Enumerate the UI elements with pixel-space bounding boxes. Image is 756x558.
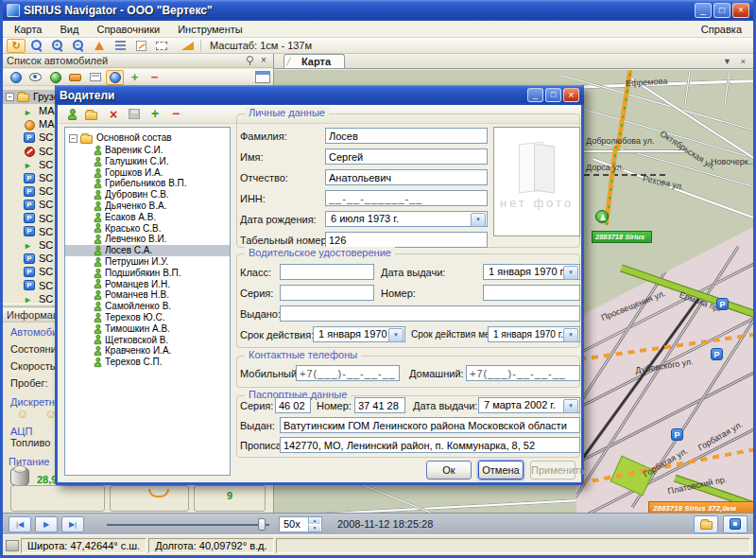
parking-marker[interactable]: P <box>711 348 723 360</box>
Красько С.В.[interactable]: Красько С.В. <box>65 223 230 235</box>
Левченко В.И.[interactable]: Левченко В.И. <box>65 234 230 245</box>
license-issue-date-combo[interactable]: 1 января 1970 г. <box>483 264 580 280</box>
med-valid-combo[interactable]: 1 января 1970 г. <box>488 326 580 342</box>
zoom-icon[interactable] <box>27 39 46 53</box>
pin-icon[interactable] <box>244 55 255 66</box>
employee-no-field[interactable] <box>325 232 488 248</box>
select-area-icon[interactable] <box>152 39 171 53</box>
Есаков А.В.[interactable]: Есаков А.В. <box>65 212 230 223</box>
globe-green-icon[interactable] <box>46 70 64 85</box>
parking-marker[interactable]: P <box>671 428 683 441</box>
chevron-down-icon[interactable]: ▼ <box>721 57 733 68</box>
Романцев И.Н.[interactable]: Романцев И.Н. <box>65 279 230 290</box>
maximize-button[interactable]: □ <box>713 3 730 18</box>
dialog-title-bar[interactable]: Водители _ □ × <box>55 85 584 105</box>
menu-item[interactable]: Инструменты <box>170 22 250 37</box>
slider-handle[interactable] <box>258 518 266 531</box>
speed-spinner[interactable]: 50x <box>279 516 322 532</box>
previous-icon[interactable]: |◀ <box>9 516 31 532</box>
Лосев С.А.[interactable]: Лосев С.А. <box>65 245 230 256</box>
Тимошкин А.В.[interactable]: Тимошкин А.В. <box>65 323 230 335</box>
add-group-icon[interactable] <box>83 107 102 122</box>
layers-icon[interactable] <box>111 39 129 53</box>
Дьяченко В.А.[interactable]: Дьяченко В.А. <box>65 201 230 212</box>
close-button[interactable]: × <box>732 3 749 18</box>
menu-item-help[interactable]: Справка <box>694 22 749 37</box>
passport-issued-by-field[interactable] <box>280 417 580 433</box>
collapse-icon[interactable] <box>166 107 185 122</box>
map-close-icon[interactable]: × <box>737 57 749 68</box>
apply-button[interactable]: Применить <box>530 461 576 480</box>
address-field[interactable] <box>280 437 580 453</box>
Галушкин С.И.[interactable]: Галушкин С.И. <box>65 156 230 167</box>
menu-item[interactable]: Вид <box>53 22 87 37</box>
middlename-field[interactable] <box>325 169 488 185</box>
inn-field[interactable] <box>325 190 488 206</box>
map-tab[interactable]: Карта <box>284 54 345 68</box>
vehicle-marker[interactable] <box>595 210 609 223</box>
license-number-field[interactable] <box>483 285 580 301</box>
menu-item[interactable]: Карта <box>7 22 49 37</box>
Романчев Н.В.[interactable]: Романчев Н.В. <box>65 289 230 301</box>
parking-marker[interactable]: P <box>716 298 729 310</box>
license-series-field[interactable] <box>280 285 374 301</box>
expand-icon[interactable] <box>146 107 164 122</box>
pan-icon[interactable] <box>7 39 26 53</box>
follow-icon[interactable] <box>106 70 124 85</box>
measure-icon[interactable] <box>178 39 197 53</box>
collapse-icon[interactable]: − <box>6 93 14 101</box>
passport-issue-date-combo[interactable]: 7 марта 2002 г. <box>478 397 580 413</box>
ok-button[interactable]: Ок <box>426 461 472 480</box>
timeline-slider[interactable] <box>107 516 269 532</box>
edit-icon[interactable] <box>131 39 150 53</box>
Подшибякин В.П.[interactable]: Подшибякин В.П. <box>65 268 230 279</box>
minimize-button[interactable]: _ <box>695 3 712 18</box>
collapse-icon[interactable]: − <box>69 134 77 143</box>
home-phone-field[interactable] <box>466 365 580 381</box>
window-layout-icon[interactable] <box>255 71 270 83</box>
add-driver-icon[interactable] <box>62 107 81 122</box>
license-class-field[interactable] <box>280 264 374 280</box>
menu-item[interactable]: Справочники <box>89 22 167 37</box>
remove-icon[interactable] <box>146 70 163 85</box>
panel-close-icon[interactable]: × <box>258 55 269 66</box>
zoom-out-icon[interactable] <box>69 39 88 53</box>
license-valid-combo[interactable]: 1 января 1970 г. <box>313 326 405 342</box>
card-icon[interactable] <box>86 70 104 85</box>
Вареник С.И.[interactable]: Вареник С.И. <box>65 145 230 156</box>
Горшков И.А.[interactable]: Горшков И.А. <box>65 167 230 179</box>
birthdate-combo[interactable]: 6 июля 1973 г. <box>325 211 488 227</box>
dialog-maximize-button[interactable]: □ <box>545 88 561 102</box>
zoom-in-icon[interactable] <box>48 39 67 53</box>
truck-icon[interactable] <box>66 70 84 85</box>
globe-icon[interactable] <box>7 70 25 85</box>
firstname-field[interactable] <box>325 148 488 165</box>
delete-icon[interactable] <box>104 107 123 122</box>
Грибельников В.П.[interactable]: Грибельников В.П. <box>65 178 230 189</box>
mobile-field[interactable] <box>296 365 400 381</box>
Кравченко И.А.[interactable]: Кравченко И.А. <box>65 345 230 357</box>
lastname-field[interactable] <box>325 128 488 144</box>
home-icon[interactable] <box>90 39 109 53</box>
eye-icon[interactable] <box>26 70 44 85</box>
play-icon[interactable]: ▶ <box>35 516 58 532</box>
parking-toggle-button[interactable] <box>723 515 747 533</box>
Терехов Ю.С.[interactable]: Терехов Ю.С. <box>65 312 230 323</box>
Самойленко В.[interactable]: Самойленко В. <box>65 301 230 312</box>
passport-number-field[interactable] <box>354 397 405 413</box>
dialog-minimize-button[interactable]: _ <box>527 88 543 102</box>
Терехов С.П.[interactable]: Терехов С.П. <box>65 357 230 368</box>
save-icon[interactable] <box>125 107 144 122</box>
title-bar[interactable]: SIRIUS Navigator - ООО "Вертекс" _ □ × <box>3 0 753 21</box>
cancel-button[interactable]: Отмена <box>478 461 524 480</box>
passport-series-field[interactable] <box>275 397 311 413</box>
Дубровин С.В.[interactable]: Дубровин С.В. <box>65 189 230 201</box>
print-button[interactable] <box>694 515 718 533</box>
add-icon[interactable] <box>126 70 144 85</box>
dialog-close-button[interactable]: × <box>563 88 579 102</box>
next-icon[interactable]: ▶| <box>61 516 84 532</box>
Щетковской В.[interactable]: Щетковской В. <box>65 335 230 346</box>
Петрушин И.У.[interactable]: Петрушин И.У. <box>65 256 230 268</box>
drivers-group-row[interactable]: − Основной состав <box>65 131 230 145</box>
license-issued-by-field[interactable] <box>280 305 580 322</box>
